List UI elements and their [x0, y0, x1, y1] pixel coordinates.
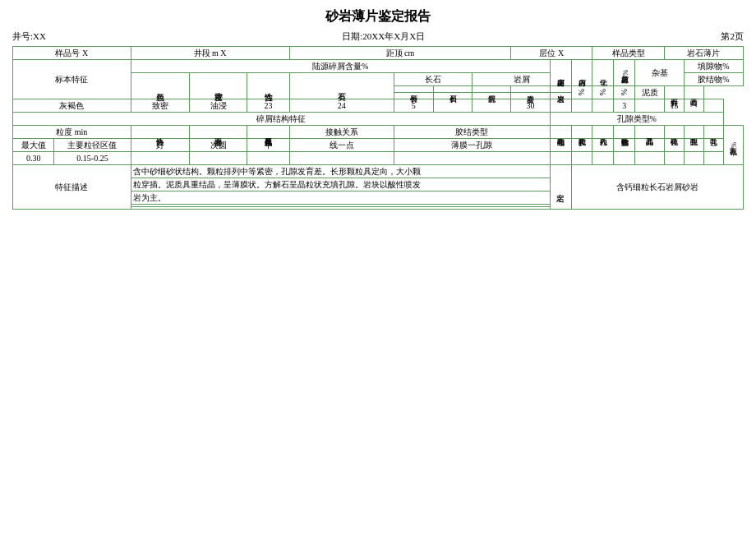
contact-num [289, 152, 394, 165]
pct2-val [571, 99, 592, 113]
layer-label: 层位 X [511, 47, 592, 60]
plagio-header: 斜长石 [433, 86, 472, 93]
shrink-pore-header: 缩小粒间孔 [550, 126, 571, 139]
cement-header: 胶结物% [684, 73, 743, 86]
desc-empty2 [131, 207, 550, 210]
kfsp-val: 24 [289, 99, 394, 113]
expand-pore-header: 粒间扩大孔 [571, 126, 592, 139]
desc-label: 特征描述 [13, 165, 131, 210]
mud-val [635, 99, 665, 113]
plagio-val: 5 [394, 99, 433, 113]
contact-header: 接触关系 [289, 126, 394, 139]
desc-text1: 含中砂细砂状结构。颗粒排列中等紧密，孔隙发育差。长形颗粒具定向，大小颗 [131, 165, 550, 178]
shrink-val [550, 139, 571, 152]
color-header: 颜色 [131, 73, 189, 99]
inner-clast-header: 内碎屑 [571, 60, 592, 86]
pct3-header: % [614, 86, 635, 99]
pore-total-header: 填隙物% [684, 60, 743, 73]
density-val: 致密 [131, 99, 189, 113]
empty1 [394, 93, 433, 99]
crack-pore-header: 裂隙孔 [684, 126, 703, 139]
cement-pore-val [614, 139, 635, 152]
sort-val: 好 [131, 139, 189, 152]
quartz-val: 23 [247, 99, 289, 113]
mold-pore-header: 铸模孔 [664, 126, 684, 139]
meta-header: 变质岩 [511, 86, 550, 93]
mold-val [664, 139, 684, 152]
intra-val [592, 139, 614, 152]
clast-total-header: 碎屑总量% [614, 60, 635, 86]
weather-num [247, 152, 289, 165]
depth-m-label: 井段 m X [131, 47, 289, 60]
sample-label: 样品号 X [13, 47, 131, 60]
weather-val: 中 [247, 139, 289, 152]
sample-type-label: 样品类型 [592, 47, 665, 60]
range-num: 0.15-0.25 [54, 152, 131, 165]
max-val-label: 最大值 [13, 139, 54, 152]
page-title: 砂岩薄片鉴定报告 [12, 8, 744, 25]
dolomite-val [684, 99, 703, 113]
page-info: 第2页 [721, 30, 744, 43]
pct3-val [592, 99, 614, 113]
crystal-inter-header: 乙晶间儿 [635, 126, 665, 139]
land-content-header: 陆源碎屑含量% [131, 60, 550, 73]
empty3 [472, 93, 510, 99]
max-num: 0.30 [13, 152, 54, 165]
quartz-header: 石英 [289, 73, 394, 99]
expand-val [571, 139, 592, 152]
calc-header: 方解石 [664, 86, 684, 99]
crack-val [684, 139, 703, 152]
matrix-header: 杂基 [635, 60, 685, 86]
color-val: 灰褐色 [13, 99, 131, 113]
other-val [703, 139, 723, 152]
intra-pore-header: 粒内孔 [592, 126, 614, 139]
chem-header: 化学 [592, 60, 614, 86]
dist-label: 距顶 cm [289, 47, 511, 60]
expand-num [571, 152, 592, 165]
other-num [703, 152, 723, 165]
feldspar-header: 长石 [394, 73, 472, 86]
sort-header: 分选性 [131, 126, 189, 139]
round-header: 磨圆度 [189, 126, 247, 139]
meta-val [472, 99, 510, 113]
empty-cement [703, 99, 723, 113]
cement-pore-num [614, 152, 635, 165]
sample-type-val: 岩石薄片 [664, 47, 743, 60]
crack-num [684, 152, 703, 165]
pct2-header: % [592, 86, 614, 99]
empty5 [550, 93, 571, 99]
total-val: 3 [614, 99, 635, 113]
kfsp-header: 钾长石 [394, 86, 433, 93]
date-info: 日期:20XX年X月X日 [342, 30, 425, 43]
calc-val: 15 [664, 99, 684, 113]
desc-text2: 粒穿插。泥质具重结晶，呈薄膜状。方解石呈晶粒状充填孔隙。岩块以酸性喷发 [131, 178, 550, 191]
intra-num [592, 152, 614, 165]
contact-val: 线一点 [289, 139, 394, 152]
features-header: 标本特征 [13, 60, 131, 99]
main-range-label: 主要粒径区值 [54, 139, 131, 152]
other-pore-header: 其它孔 [703, 126, 723, 139]
struct-header: 碎屑结构特征 [13, 113, 551, 126]
desc-text3: 岩为主。 [131, 191, 550, 205]
round-val: 次圆 [189, 139, 247, 152]
cement-pore-header: 胶结物溶孔 [614, 126, 635, 139]
mold-num [664, 152, 684, 165]
pct1-val [550, 99, 571, 113]
naming-val: 含钙细粒长石岩屑砂岩 [571, 165, 744, 210]
empty4 [511, 93, 550, 99]
empty2 [433, 93, 472, 99]
sort-num [131, 152, 189, 165]
crystal-num [635, 152, 665, 165]
volcanic-rock-header: 岩浆岩 [550, 86, 571, 93]
pore-type-header: 孔隙类型% [550, 113, 723, 126]
cement-type-header: 胶结类型 [394, 126, 550, 139]
feldspar-weather-header: 长石风化程度 [247, 126, 289, 139]
oil-val: 油浸 [189, 99, 247, 113]
sediment-val [433, 99, 472, 113]
round-num [189, 152, 247, 165]
mud-header: 泥质 [635, 86, 665, 99]
crystal-val [635, 139, 665, 152]
grain-min-header: 粒度 min [13, 126, 131, 139]
cement-num [394, 152, 550, 165]
face-pore-header: 面孔率% [723, 126, 743, 165]
